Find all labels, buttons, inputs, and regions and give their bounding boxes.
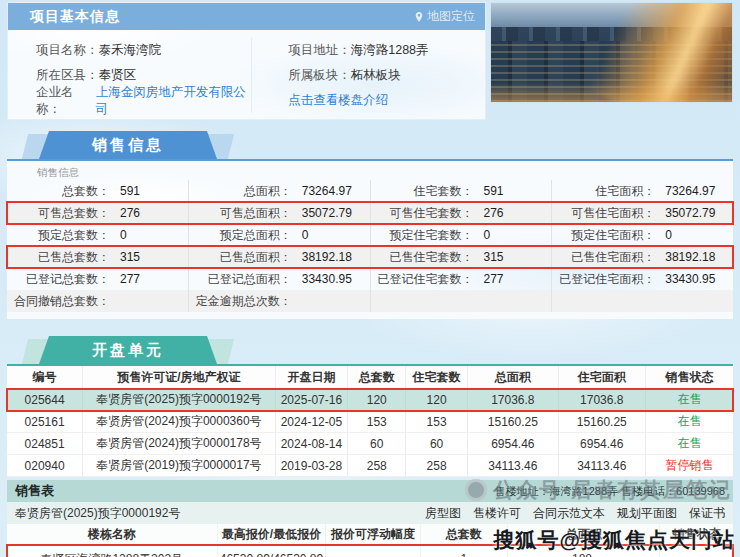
tab-opening-units-label: 开盘单元 [39, 336, 217, 364]
unit-cell: 024851 [7, 433, 83, 455]
field-label: 所属板块： [288, 67, 351, 84]
sales-info-row: 可售总套数：276可售总面积：35072.79可售住宅套数：276可售住宅面积：… [7, 202, 733, 224]
cell-label: 住宅面积： [552, 183, 655, 200]
map-locate-link[interactable]: 地图定位 [414, 8, 475, 25]
field-link[interactable]: 点击查看楼盘介绍 [288, 92, 388, 109]
sales-info-cell: 已登记总套数：277 [7, 268, 189, 290]
unit-cell: 025644 [7, 389, 83, 411]
cell-label: 已售住宅套数： [371, 249, 474, 266]
doc-link[interactable]: 合同示范文本 [533, 505, 605, 522]
cell-label: 住宅套数： [371, 183, 474, 200]
cell-value: 591 [110, 184, 140, 198]
unit-cell: 17036.8 [559, 389, 646, 411]
basic-info-field: 所属板块：柘林板块 [288, 63, 485, 88]
field-label: 项目地址： [288, 42, 351, 59]
status-cell: 在售 [646, 389, 733, 411]
cell: 奉贤区海湾路1288弄202号 [7, 545, 218, 557]
cell-label: 预定总面积： [189, 227, 292, 244]
column-header: 楼栋名称 [7, 524, 218, 544]
tab-opening-units[interactable]: 开盘单元 [23, 336, 233, 364]
sales-info-cell: 已售总面积：38192.18 [189, 246, 371, 268]
unit-cell: 025161 [7, 411, 83, 433]
cell-value: 73264.97 [655, 184, 715, 198]
column-header: 总套数 [348, 366, 406, 389]
unit-cell: 奉贤房管(2024)预字0000178号 [83, 433, 275, 455]
doc-link[interactable]: 售楼许可 [473, 505, 521, 522]
page-title: 项目基本信息 [30, 8, 120, 26]
opening-units-table: 编号预售许可证/房地产权证开盘日期总套数住宅套数总面积住宅面积销售状态02564… [7, 366, 733, 477]
cell-label: 已登记总面积： [189, 271, 292, 288]
cell-value: 33430.95 [655, 272, 715, 286]
selected-permit-number: 奉贤房管(2025)预字0000192号 [15, 505, 180, 522]
cell-value: 0 [474, 228, 491, 242]
basic-info-field: 企业名称：上海金闵房地产开发有限公司 [36, 88, 251, 113]
photo-glow [491, 82, 732, 102]
cell-label: 可售住宅套数： [371, 205, 474, 222]
sales-table-row[interactable]: 奉贤区海湾路1288弄202号46530.89/46530.891188. [7, 545, 733, 557]
status-cell: 在售 [646, 433, 733, 455]
unit-cell: 120 [406, 389, 468, 411]
sales-info-cell: 总套数：591 [7, 180, 189, 202]
map-locate-label: 地图定位 [427, 8, 475, 25]
sales-info-cell: 定金逾期总次数： [189, 290, 371, 312]
unit-cell: 258 [406, 455, 468, 477]
unit-cell: 6954.46 [559, 433, 646, 455]
sales-info-tabrow: 销售信息 [7, 131, 733, 159]
opening-unit-row[interactable]: 024851奉贤房管(2024)预字0000178号2024-08-146060… [7, 433, 733, 455]
cell-value: 73264.97 [292, 184, 352, 198]
opening-units-header-row: 编号预售许可证/房地产权证开盘日期总套数住宅套数总面积住宅面积销售状态 [7, 366, 733, 389]
column-header: 最高报价/最低报价 [218, 524, 327, 544]
cell-value: 315 [110, 250, 140, 264]
basic-info-fields: 项目名称：泰禾海湾院所在区县：奉贤区企业名称：上海金闵房地产开发有限公司 项目地… [8, 30, 485, 119]
sales-info-cell: 可售住宅套数：276 [371, 202, 553, 224]
opening-unit-row[interactable]: 020940奉贤房管(2019)预字0000017号2019-03-282582… [7, 455, 733, 477]
unit-cell: 60 [348, 433, 406, 455]
cell-value: 38192.18 [292, 250, 352, 264]
unit-cell: 020940 [7, 455, 83, 477]
field-value: 泰禾海湾院 [99, 42, 162, 59]
doc-link[interactable]: 房型图 [425, 505, 461, 522]
opening-units-panel: 编号预售许可证/房地产权证开盘日期总套数住宅套数总面积住宅面积销售状态02564… [7, 364, 733, 477]
field-label: 项目名称： [36, 42, 99, 59]
sales-table-section: 销售表 售楼地址：海湾路1288弄 售楼电话：60139968 奉贤房管(202… [7, 480, 733, 557]
doc-link[interactable]: 规划平面图 [617, 505, 677, 522]
sales-info-row: 预定总套数：0预定总面积：0预定住宅套数：0预定住宅面积：0 [7, 224, 733, 246]
cell: 1 [421, 545, 508, 557]
unit-cell: 17036.8 [468, 389, 559, 411]
doc-link[interactable]: 保证书 [689, 505, 725, 522]
cell-value: 0 [110, 228, 127, 242]
sales-info-row: 已售总套数：315已售总面积：38192.18已售住宅套数：315已售住宅面积：… [7, 246, 733, 268]
cell-label: 已售总套数： [7, 249, 110, 266]
cell-label: 合同撤销总套数： [7, 293, 110, 310]
cell-label: 总面积： [189, 183, 292, 200]
column-header: 住宅面积 [559, 366, 646, 389]
sales-info-cell: 可售总套数：276 [7, 202, 189, 224]
cell-label: 已售住宅面积： [552, 249, 655, 266]
column-header: 编号 [7, 366, 83, 389]
field-value: 奉贤区 [99, 67, 137, 84]
cell-value: 315 [474, 250, 504, 264]
unit-cell: 2019-03-28 [276, 455, 349, 477]
cell-label: 已登记住宅套数： [371, 271, 474, 288]
cell-label: 可售总面积： [189, 205, 292, 222]
opening-units-tabrow: 开盘单元 [7, 336, 733, 364]
unit-cell: 153 [406, 411, 468, 433]
cell-value: 38192.18 [655, 250, 715, 264]
column-header: 销售状态 [660, 524, 733, 544]
unit-cell: 6954.46 [468, 433, 559, 455]
cell-label: 定金逾期总次数： [189, 293, 292, 310]
field-label: 企业名称： [36, 84, 96, 118]
opening-unit-row[interactable]: 025644奉贤房管(2025)预字0000192号2025-07-161201… [7, 389, 733, 411]
opening-unit-row[interactable]: 025161奉贤房管(2024)预字0000360号2024-12-051531… [7, 411, 733, 433]
field-link[interactable]: 上海金闵房地产开发有限公司 [96, 84, 251, 118]
basic-info-fields-right: 项目地址：海湾路1288弄所属板块：柘林板块点击查看楼盘介绍 [251, 38, 485, 113]
sales-info-cell: 预定住宅套数：0 [371, 224, 553, 246]
tab-sales-info[interactable]: 销售信息 [23, 131, 233, 159]
cell-label: 预定总套数： [7, 227, 110, 244]
cell-value: 591 [474, 184, 504, 198]
column-header: 总套数 [421, 524, 508, 544]
cell-value: 277 [474, 272, 504, 286]
top-section: 项目基本信息 地图定位 项目名称：泰禾海湾院所在区县：奉贤区企业名称：上海金闵房… [7, 2, 733, 120]
cell-value: 35072.79 [292, 206, 352, 220]
tab-sales-info-label: 销售信息 [39, 131, 217, 159]
